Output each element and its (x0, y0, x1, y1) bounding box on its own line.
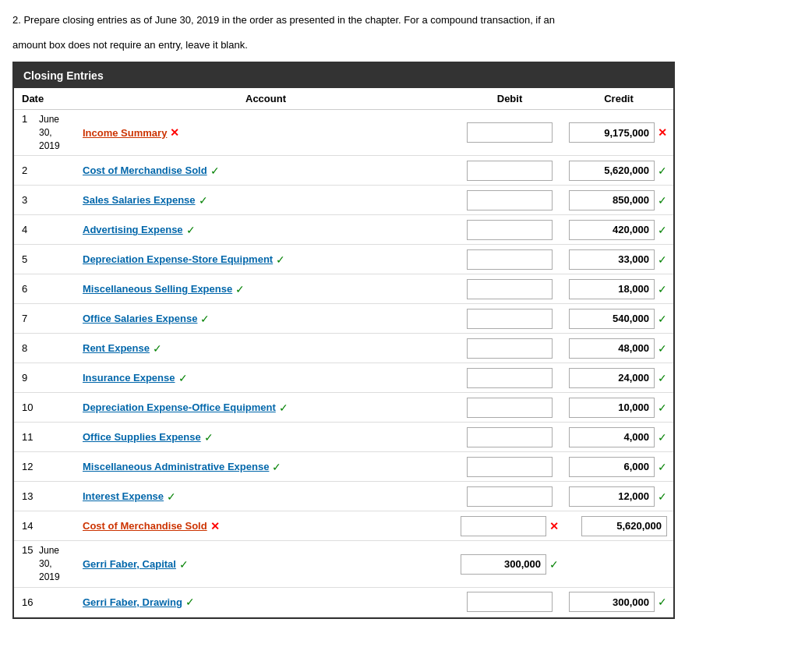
debit-cell (455, 483, 564, 510)
account-indicator: ✓ (204, 431, 214, 444)
debit-input[interactable] (467, 190, 553, 210)
debit-input[interactable] (467, 279, 553, 299)
account-name[interactable]: Depreciation Expense-Store Equipment (83, 253, 273, 265)
account-name[interactable]: Miscellaneous Selling Expense (83, 283, 232, 295)
debit-x-icon: ✕ (549, 520, 559, 532)
credit-value-box: 10,000 (569, 398, 655, 418)
account-indicator: ✕ (170, 126, 179, 139)
debit-input[interactable] (467, 338, 553, 359)
debit-cell (455, 306, 564, 332)
credit-check-icon: ✓ (658, 342, 667, 355)
row-number: 6 (22, 283, 72, 295)
account-name[interactable]: Income Summary (83, 127, 167, 139)
account-cell: Cost of Merchandise Sold ✓ (76, 160, 455, 182)
credit-check-icon: ✓ (658, 401, 667, 414)
account-cell: Advertising Expense ✓ (76, 219, 455, 241)
row-number: 14 (22, 520, 72, 532)
account-name[interactable]: Advertising Expense (83, 224, 183, 235)
credit-cell: 12,000 ✓ (564, 483, 673, 510)
credit-cell: 18,000 ✓ (564, 276, 673, 302)
account-name[interactable]: Office Supplies Expense (83, 431, 201, 443)
debit-check-icon: ✓ (549, 558, 559, 571)
row-number: 16 (22, 596, 72, 608)
account-name[interactable]: Cost of Merchandise Sold (83, 164, 207, 176)
table-row: 10Depreciation Expense-Office Equipment … (14, 393, 673, 423)
row-number: 4 (22, 224, 72, 235)
date-cell: 3 (14, 191, 76, 209)
debit-input[interactable] (467, 427, 553, 447)
row-number: 15 (22, 544, 36, 556)
account-cell: Cost of Merchandise Sold ✕ (76, 515, 455, 537)
credit-value-box: 5,620,000 (581, 516, 667, 536)
debit-input[interactable] (467, 220, 553, 240)
row-number: 13 (22, 490, 72, 502)
account-cell: Office Salaries Expense ✓ (76, 308, 455, 330)
credit-value-box: 850,000 (569, 190, 655, 210)
debit-input[interactable] (467, 457, 553, 477)
credit-check-icon: ✓ (658, 490, 667, 503)
account-indicator: ✓ (276, 253, 285, 266)
account-indicator: ✓ (153, 342, 162, 355)
account-cell: Sales Salaries Expense ✓ (76, 189, 455, 211)
row-number: 10 (22, 401, 72, 413)
account-name[interactable]: Cost of Merchandise Sold (83, 520, 207, 532)
row-number: 9 (22, 372, 72, 384)
account-indicator: ✓ (167, 490, 176, 503)
account-name[interactable]: Depreciation Expense-Office Equipment (83, 401, 276, 413)
account-indicator: ✓ (279, 401, 288, 414)
account-name[interactable]: Rent Expense (83, 342, 150, 354)
account-indicator: ✓ (272, 461, 281, 473)
debit-input[interactable] (467, 486, 553, 507)
account-name[interactable]: Gerri Faber, Drawing (83, 596, 182, 608)
column-headers: Date Account Debit Credit (14, 88, 673, 110)
account-name[interactable]: Insurance Expense (83, 372, 175, 384)
debit-input[interactable] (467, 368, 553, 388)
account-indicator: ✓ (185, 596, 195, 608)
date-text: June30,2019 (39, 113, 60, 152)
table-row: 3Sales Salaries Expense ✓850,000 ✓ (14, 186, 673, 215)
credit-value-box: 5,620,000 (569, 161, 655, 181)
date-cell: 11 (14, 428, 76, 446)
table-header: Closing Entries (14, 63, 673, 88)
debit-input[interactable] (467, 309, 553, 329)
table-row: 12Miscellaneous Administrative Expense ✓… (14, 452, 673, 482)
credit-cell: 33,000 ✓ (564, 246, 673, 273)
date-cell: 14 (14, 517, 76, 535)
date-cell: 12 (14, 458, 76, 476)
debit-input[interactable] (461, 516, 546, 536)
debit-input[interactable] (467, 161, 553, 181)
debit-input[interactable] (467, 122, 553, 143)
account-name[interactable]: Gerri Faber, Capital (83, 558, 176, 570)
account-name[interactable]: Office Salaries Expense (83, 313, 197, 324)
table-row: 13Interest Expense ✓12,000 ✓ (14, 482, 673, 511)
account-name[interactable]: Miscellaneous Administrative Expense (83, 461, 269, 472)
credit-x-icon: ✕ (658, 126, 667, 139)
date-cell: 9 (14, 369, 76, 387)
row-number: 12 (22, 461, 72, 472)
col-debit-header: Debit (455, 93, 564, 104)
date-cell: 10 (14, 398, 76, 416)
credit-check-icon: ✓ (658, 283, 667, 295)
credit-cell: 10,000 ✓ (564, 394, 673, 421)
credit-value-box: 300,000 (569, 592, 655, 612)
account-name[interactable]: Sales Salaries Expense (83, 194, 196, 206)
debit-cell (455, 119, 564, 146)
rows-container: 1June30,2019Income Summary ✕9,175,000 ✕2… (14, 110, 673, 617)
credit-cell: 5,620,000 ✓ (564, 157, 673, 184)
credit-check-icon: ✓ (658, 194, 667, 207)
account-cell: Insurance Expense ✓ (76, 367, 455, 389)
credit-cell: 6,000 ✓ (564, 454, 673, 480)
credit-value-box: 6,000 (569, 457, 655, 477)
account-name[interactable]: Interest Expense (83, 490, 164, 502)
credit-check-icon: ✓ (658, 372, 667, 384)
col-account-header: Account (76, 93, 455, 104)
debit-input[interactable] (467, 398, 553, 418)
credit-cell: 420,000 ✓ (564, 217, 673, 243)
debit-input[interactable] (467, 592, 553, 612)
table-row: 6Miscellaneous Selling Expense ✓18,000 ✓ (14, 274, 673, 304)
account-indicator: ✓ (210, 164, 220, 177)
row-number: 1 (22, 113, 36, 125)
date-cell: 4 (14, 221, 76, 239)
debit-input[interactable] (467, 249, 553, 270)
credit-check-icon: ✓ (658, 431, 667, 444)
